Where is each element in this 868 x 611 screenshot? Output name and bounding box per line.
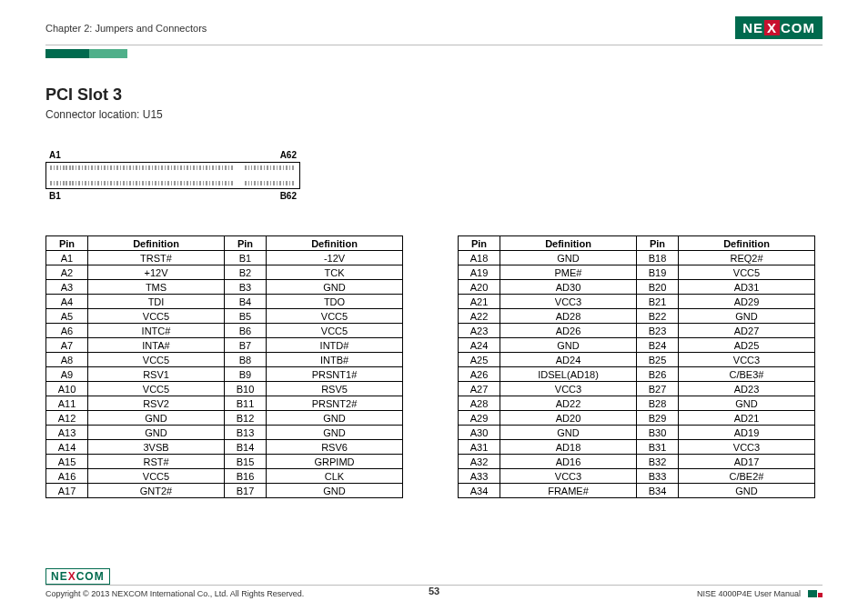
table-row: A32AD16B32AD17 xyxy=(459,455,815,469)
table-cell: B9 xyxy=(225,367,267,382)
table-row: A34FRAME#B34GND xyxy=(459,484,815,498)
table-cell: A10 xyxy=(46,382,88,396)
logo-com: COM xyxy=(781,20,815,35)
table-row: A21VCC3B21AD29 xyxy=(459,295,815,309)
table-cell: AD20 xyxy=(500,411,637,426)
table-cell: A7 xyxy=(46,338,88,353)
table-cell: +12V xyxy=(88,265,225,280)
table-cell: GNT2# xyxy=(88,484,225,498)
label-b1: B1 xyxy=(49,191,61,201)
table-cell: VCC3 xyxy=(500,469,637,484)
table-cell: B6 xyxy=(225,324,267,338)
table-row: A8VCC5B8INTB# xyxy=(46,353,403,367)
table-cell: VCC5 xyxy=(88,309,225,324)
pin-table-2: Pin Definition Pin Definition A18GNDB18R… xyxy=(458,235,815,498)
table-cell: TRST# xyxy=(88,251,225,265)
connector-body xyxy=(45,162,300,189)
th-pin: Pin xyxy=(46,236,88,251)
table-row: A30GNDB30AD19 xyxy=(459,426,815,440)
table-cell: GND xyxy=(500,426,637,440)
table-cell: A12 xyxy=(46,411,88,426)
page-number: 53 xyxy=(429,586,439,596)
table-cell: VCC3 xyxy=(500,295,637,309)
table-cell: B22 xyxy=(637,309,679,324)
table-row: A1TRST#B1-12V xyxy=(46,251,403,265)
table-cell: A6 xyxy=(46,324,88,338)
table-cell: B29 xyxy=(637,411,679,426)
table-row: A29AD20B29AD21 xyxy=(459,411,815,426)
table-cell: A11 xyxy=(46,396,88,411)
table-cell: A21 xyxy=(459,295,500,309)
label-a1: A1 xyxy=(49,150,61,160)
table-cell: GND xyxy=(679,484,815,498)
table-cell: A9 xyxy=(46,367,88,382)
table-row: A143VSBB14RSV6 xyxy=(46,440,403,455)
table-cell: A26 xyxy=(459,367,500,382)
table-row: A28AD22B28GND xyxy=(459,396,815,411)
table-cell: A3 xyxy=(46,280,88,295)
table-cell: INTA# xyxy=(88,338,225,353)
table-cell: TCK xyxy=(267,265,403,280)
table-cell: A8 xyxy=(46,353,88,367)
table-row: A20AD30B20AD31 xyxy=(459,280,815,295)
table-cell: INTD# xyxy=(267,338,403,353)
table-cell: A20 xyxy=(459,280,500,295)
table-cell: A29 xyxy=(459,411,500,426)
table-cell: B3 xyxy=(225,280,267,295)
table-row: A31AD18B31VCC3 xyxy=(459,440,815,455)
table-cell: B1 xyxy=(225,251,267,265)
label-a62: A62 xyxy=(280,150,297,160)
table-cell: A18 xyxy=(459,251,500,265)
table-cell: GND xyxy=(679,309,815,324)
table-cell: A1 xyxy=(46,251,88,265)
table-row: A26IDSEL(AD18)B26C/BE3# xyxy=(459,367,815,382)
table-cell: A34 xyxy=(459,484,500,498)
table-cell: B25 xyxy=(637,353,679,367)
table-cell: -12V xyxy=(267,251,403,265)
th-def: Definition xyxy=(500,236,637,251)
table-row: A3TMSB3GND xyxy=(46,280,403,295)
table-cell: VCC5 xyxy=(88,353,225,367)
table-cell: AD21 xyxy=(679,411,815,426)
table-cell: B23 xyxy=(637,324,679,338)
table-row: A13GNDB13GND xyxy=(46,426,403,440)
table-cell: GND xyxy=(500,251,637,265)
table-cell: AD17 xyxy=(679,455,815,469)
table-cell: AD28 xyxy=(500,309,637,324)
th-def: Definition xyxy=(679,236,815,251)
table-cell: VCC5 xyxy=(267,324,403,338)
table-cell: AD16 xyxy=(500,455,637,469)
table-cell: B8 xyxy=(225,353,267,367)
table-cell: VCC5 xyxy=(88,382,225,396)
table-cell: A28 xyxy=(459,396,500,411)
table-row: A24GNDB24AD25 xyxy=(459,338,815,353)
table-cell: TDI xyxy=(88,295,225,309)
copyright: Copyright © 2013 NEXCOM International Co… xyxy=(45,589,304,598)
table-row: A19PME#B19VCC5 xyxy=(459,265,815,280)
table-cell: FRAME# xyxy=(500,484,637,498)
table-row: A7INTA#B7INTD# xyxy=(46,338,403,353)
table-cell: GND xyxy=(267,411,403,426)
table-cell: B32 xyxy=(637,455,679,469)
th-def: Definition xyxy=(267,236,403,251)
table-cell: VCC3 xyxy=(679,440,815,455)
table-cell: INTC# xyxy=(88,324,225,338)
table-cell: GRPIMD xyxy=(267,455,403,469)
table-row: A11RSV2B11PRSNT2# xyxy=(46,396,403,411)
table-cell: AD24 xyxy=(500,353,637,367)
table-cell: B7 xyxy=(225,338,267,353)
table-cell: VCC5 xyxy=(88,469,225,484)
th-pin: Pin xyxy=(225,236,267,251)
table-cell: A19 xyxy=(459,265,500,280)
table-cell: AD25 xyxy=(679,338,815,353)
accent-bars xyxy=(45,49,823,58)
table-row: A27VCC3B27AD23 xyxy=(459,382,815,396)
table-row: A5VCC5B5VCC5 xyxy=(46,309,403,324)
table-row: A16VCC5B16CLK xyxy=(46,469,403,484)
table-cell: C/BE3# xyxy=(679,367,815,382)
table-row: A6INTC#B6VCC5 xyxy=(46,324,403,338)
logo-x: X xyxy=(764,20,780,35)
table-row: A18GNDB18REQ2# xyxy=(459,251,815,265)
connector-location: Connector location: U15 xyxy=(45,108,823,121)
table-cell: B20 xyxy=(637,280,679,295)
